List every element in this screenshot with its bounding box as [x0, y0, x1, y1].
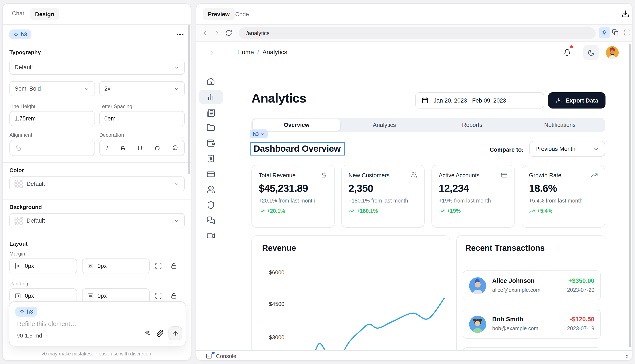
element-tag-chip[interactable]: h3 — [250, 130, 268, 138]
date-range-button[interactable]: Jan 20, 2023 - Feb 09, 2023 — [415, 92, 544, 108]
cursor-sparkle-icon — [601, 30, 608, 36]
margin-label: Margin — [10, 251, 25, 257]
background-select[interactable]: Default — [10, 213, 185, 228]
v0-app: Chat Design h3 Typography Default Semi B… — [0, 0, 635, 364]
italic-icon[interactable]: I — [106, 144, 108, 152]
revenue-line-chart — [252, 236, 451, 360]
font-weight-select[interactable]: Semi Bold — [10, 81, 95, 96]
avatar[interactable] — [606, 46, 619, 59]
align-justify-icon[interactable] — [82, 144, 90, 152]
margin-x-input[interactable]: 0px — [10, 258, 77, 274]
font-size-value: 2xl — [104, 86, 112, 92]
chevron-down-icon — [174, 86, 180, 92]
breadcrumb-separator: / — [257, 49, 259, 56]
expand-margin-icon[interactable] — [155, 262, 162, 270]
avatar — [469, 316, 486, 333]
chevron-down-icon — [174, 181, 180, 187]
model-selector[interactable]: v0-1.5-md — [17, 332, 49, 339]
messages-icon[interactable] — [206, 216, 215, 225]
ellipsis-menu-icon[interactable] — [175, 30, 185, 39]
download-icon[interactable] — [621, 10, 629, 18]
copy-icon[interactable] — [612, 29, 619, 36]
font-select[interactable]: Default — [10, 60, 185, 75]
refine-element-badge[interactable]: h3 — [16, 307, 37, 316]
breadcrumb: Home / Analytics — [237, 49, 287, 56]
credit-card-icon[interactable] — [206, 170, 215, 178]
receipt-icon[interactable] — [206, 154, 215, 163]
no-decoration-icon[interactable]: ∅ — [172, 144, 178, 152]
refine-badge-label: h3 — [27, 308, 33, 315]
transaction-row[interactable]: Bob Smith bob@example.com -$120.50 2023-… — [463, 309, 601, 339]
preview-scrollbar[interactable] — [629, 44, 631, 347]
chevrons-up-icon[interactable] — [624, 353, 630, 359]
dark-mode-toggle[interactable] — [583, 45, 599, 60]
expand-padding-icon[interactable] — [155, 292, 162, 300]
stat-value: $45,231.89 — [259, 182, 308, 194]
bell-icon[interactable] — [563, 48, 571, 56]
url-bar[interactable]: /analytics — [239, 27, 596, 39]
sidebar-expand-icon[interactable] — [208, 50, 215, 56]
select-element-tool[interactable] — [599, 27, 610, 38]
section-title-selected[interactable]: Dashboard Overview — [250, 142, 345, 156]
gem-icon — [20, 309, 24, 314]
back-icon[interactable] — [201, 30, 208, 36]
line-height-input[interactable]: 1.75rem — [10, 111, 95, 126]
wallet-icon[interactable] — [206, 139, 215, 148]
refine-input[interactable]: Refine this element… — [17, 320, 76, 327]
undo-icon[interactable] — [15, 144, 22, 152]
video-icon[interactable] — [206, 232, 215, 240]
model-name: v0-1.5-md — [17, 332, 42, 339]
stat-title: New Customers — [349, 172, 390, 178]
tab-code[interactable]: Code — [230, 8, 254, 20]
align-left-icon[interactable] — [32, 144, 39, 152]
strikethrough-icon[interactable]: S — [121, 144, 125, 152]
color-value: Default — [27, 181, 45, 187]
export-data-button[interactable]: Export Data — [548, 92, 605, 108]
forward-icon[interactable] — [213, 30, 220, 36]
decoration-label: Decoration — [99, 132, 124, 138]
underline-icon[interactable]: U — [137, 144, 142, 152]
selected-element-badge[interactable]: h3 — [10, 30, 31, 39]
paperclip-icon[interactable] — [157, 330, 164, 337]
transaction-row[interactable]: Alice Johnson alice@example.com +$350.00… — [463, 270, 601, 300]
console-bar[interactable]: Console — [196, 350, 632, 360]
newspaper-icon[interactable] — [206, 108, 215, 117]
panel-scrollbar[interactable] — [188, 25, 190, 174]
arrow-up-icon — [172, 330, 179, 336]
letter-spacing-input[interactable]: 0em — [99, 111, 185, 126]
tab-notifications[interactable]: Notifications — [516, 119, 604, 131]
trend-up-icon — [439, 208, 445, 214]
divider — [3, 24, 191, 25]
home-icon[interactable] — [206, 77, 215, 86]
lock-padding-icon[interactable] — [170, 292, 177, 300]
bar-chart-icon[interactable] — [206, 93, 215, 101]
stat-title: Active Accounts — [439, 172, 480, 178]
margin-vertical-icon — [87, 263, 94, 269]
lock-margin-icon[interactable] — [170, 262, 177, 270]
tab-overview[interactable]: Overview — [253, 119, 341, 131]
console-label: Console — [216, 353, 236, 359]
sparkles-icon[interactable] — [144, 330, 151, 337]
breadcrumb-home[interactable]: Home — [237, 49, 254, 56]
align-right-icon[interactable] — [65, 144, 73, 152]
align-center-icon[interactable] — [49, 144, 56, 152]
tab-reports[interactable]: Reports — [428, 119, 516, 131]
overline-icon[interactable]: O — [155, 144, 160, 152]
stat-card-active-accounts: Active Accounts 12,234 +19% from last mo… — [431, 165, 515, 228]
export-data-label: Export Data — [566, 97, 598, 104]
margin-y-input[interactable]: 0px — [82, 258, 150, 274]
compare-select[interactable]: Previous Month — [529, 141, 605, 157]
users-icon[interactable] — [206, 186, 215, 194]
shield-icon[interactable] — [206, 201, 215, 209]
refresh-icon[interactable] — [225, 30, 232, 36]
color-select[interactable]: Default — [10, 176, 185, 192]
tab-analytics[interactable]: Analytics — [341, 119, 429, 131]
send-button[interactable] — [168, 326, 182, 340]
revenue-chart-card: Revenue $6000 $4500 $3000 — [251, 236, 450, 360]
tab-design[interactable]: Design — [30, 8, 60, 20]
fullscreen-icon[interactable] — [624, 29, 631, 36]
tab-chat[interactable]: Chat — [12, 10, 24, 17]
font-size-select[interactable]: 2xl — [99, 81, 185, 96]
chevron-down-icon — [44, 333, 49, 338]
folder-icon[interactable] — [206, 124, 215, 132]
